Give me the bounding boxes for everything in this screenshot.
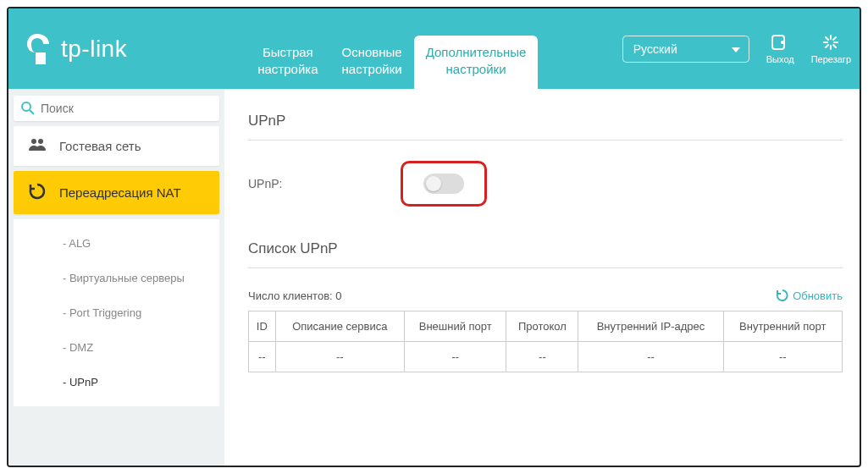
sidebar: Гостевая сеть Переадресация NAT - ALG - … bbox=[8, 89, 224, 466]
svg-line-8 bbox=[826, 45, 828, 47]
brand-text: tp-link bbox=[61, 36, 127, 63]
tab-quick-setup[interactable]: Быстраянастройка bbox=[246, 36, 329, 89]
tab-basic[interactable]: Основныенастройки bbox=[330, 36, 414, 89]
svg-point-10 bbox=[22, 102, 30, 111]
logout-button[interactable]: Выход bbox=[766, 34, 794, 64]
svg-line-11 bbox=[30, 110, 34, 114]
svg-line-7 bbox=[833, 45, 836, 47]
search-input[interactable] bbox=[41, 102, 213, 115]
sidebar-submenu: - ALG - Виртуальные серверы - Port Trigg… bbox=[14, 219, 219, 406]
sub-item-port-triggering[interactable]: - Port Triggering bbox=[14, 295, 219, 330]
svg-line-9 bbox=[833, 37, 836, 40]
sub-item-upnp[interactable]: - UPnP bbox=[14, 365, 219, 400]
sidebar-item-label: Переадресация NAT bbox=[59, 185, 181, 200]
th-id: ID bbox=[249, 311, 276, 342]
nat-icon bbox=[27, 183, 47, 202]
tab-advanced[interactable]: Дополнительныенастройки bbox=[414, 36, 539, 89]
refresh-icon bbox=[776, 289, 789, 302]
section-upnp-list-title: Список UPnP bbox=[248, 240, 843, 268]
table-row: -- -- -- -- -- -- bbox=[249, 342, 843, 372]
th-ext-port: Внешний порт bbox=[405, 311, 506, 342]
svg-point-12 bbox=[31, 139, 36, 144]
refresh-button[interactable]: Обновить bbox=[776, 289, 843, 302]
search-icon bbox=[20, 101, 36, 116]
sub-item-dmz[interactable]: - DMZ bbox=[14, 330, 219, 365]
logout-icon bbox=[771, 34, 789, 51]
sidebar-item-label: Гостевая сеть bbox=[59, 139, 141, 153]
section-upnp-title: UPnP bbox=[248, 113, 843, 141]
clients-count: Число клиентов: 0 bbox=[248, 289, 342, 302]
upnp-toggle-highlight bbox=[401, 161, 487, 207]
th-int-port: Внутренний порт bbox=[723, 311, 842, 342]
main-content: UPnP UPnP: Список UPnP Число клиентов: 0… bbox=[224, 89, 860, 466]
tplink-logo-icon bbox=[25, 32, 56, 66]
table-header-row: ID Описание сервиса Внешний порт Протоко… bbox=[249, 311, 843, 342]
svg-point-1 bbox=[781, 41, 784, 44]
sidebar-item-nat-forwarding[interactable]: Переадресация NAT bbox=[14, 171, 219, 214]
search-box[interactable] bbox=[14, 96, 219, 121]
language-select[interactable]: Русский bbox=[622, 36, 749, 63]
svg-line-6 bbox=[826, 37, 828, 40]
top-tabs: Быстраянастройка Основныенастройки Допол… bbox=[246, 8, 538, 89]
th-service: Описание сервиса bbox=[275, 311, 404, 342]
brand-logo: tp-link bbox=[25, 32, 127, 66]
header: tp-link Быстраянастройка Основныенастрой… bbox=[8, 8, 860, 89]
sidebar-item-guest-network[interactable]: Гостевая сеть bbox=[14, 126, 219, 166]
sub-item-alg[interactable]: - ALG bbox=[14, 226, 219, 261]
svg-point-13 bbox=[38, 139, 43, 144]
th-int-ip: Внутренний IP-адрес bbox=[578, 311, 723, 342]
reboot-button[interactable]: Перезагр bbox=[811, 34, 851, 64]
upnp-label: UPnP: bbox=[248, 177, 401, 190]
upnp-table: ID Описание сервиса Внешний порт Протоко… bbox=[248, 311, 843, 372]
sub-item-virtual-servers[interactable]: - Виртуальные серверы bbox=[14, 261, 219, 295]
guest-network-icon bbox=[27, 138, 47, 154]
upnp-toggle[interactable] bbox=[423, 174, 464, 194]
th-protocol: Протокол bbox=[506, 311, 578, 342]
reboot-icon bbox=[821, 34, 840, 51]
